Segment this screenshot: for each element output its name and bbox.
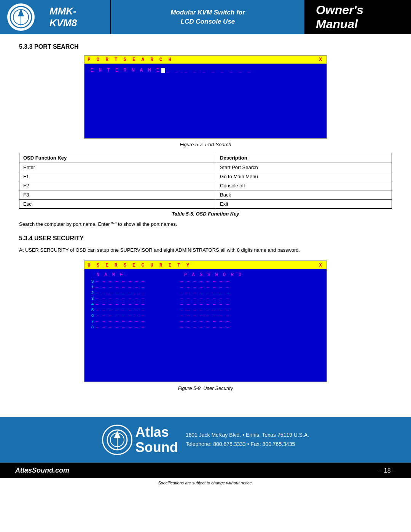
footer-address: 1601 Jack McKay Blvd. • Ennis, Texas 751… (186, 431, 309, 440)
us-row-label: 4 (89, 302, 96, 307)
us-row-label: 3 (89, 296, 96, 301)
user-security-heading: 5.3.4 USER SECURITY (19, 235, 392, 242)
ps-title-bar: P O R T S E A R C H X (84, 56, 327, 64)
footer-contact-info: 1601 Jack McKay Blvd. • Ennis, Texas 751… (186, 431, 309, 449)
us-name-dashes: — — — — — — — — (96, 291, 180, 295)
us-name-dashes: — — — — — — — — (96, 308, 180, 312)
ps-cursor (161, 68, 165, 73)
ps-enter-row: E N T E R N A M E _ _ _ _ _ _ _ _ _ _ (91, 67, 320, 73)
osd-key-cell: F1 (19, 172, 216, 181)
us-name-dashes: — — — — — — — — (96, 313, 180, 318)
ps-enter-label: E N T E R N A M E (91, 67, 161, 73)
us-name-dashes: — — — — — — — — (96, 296, 180, 301)
port-search-screen: P O R T S E A R C H X E N T E R N A M E … (84, 55, 327, 139)
table-row: EscExit (19, 200, 392, 209)
port-search-section: 5.3.3 PORT SEARCH P O R T S E A R C H X … (19, 43, 392, 228)
port-search-heading: 5.3.3 PORT SEARCH (19, 43, 392, 50)
us-data-row: 2 — — — — — — — — — — — — — — — — (89, 291, 322, 295)
us-data-row: 8 — — — — — — — — — — — — — — — — (89, 325, 322, 329)
us-pass-dashes: — — — — — — — — (180, 308, 322, 312)
osd-desc-cell: Exit (216, 200, 392, 209)
footer-brand-name: Atlas Sound (135, 425, 178, 455)
osd-key-cell: F3 (19, 190, 216, 200)
us-row-label: 7 (89, 319, 96, 324)
us-rows: S — — — — — — — — — — — — — — — — 1 — — … (89, 279, 322, 329)
brand-logo-circle (7, 3, 35, 31)
figure-5-8-caption: Figure 5-8. User Security (19, 385, 392, 391)
us-name-dashes: — — — — — — — — (96, 319, 180, 324)
us-pass-dashes: — — — — — — — — (180, 296, 322, 301)
us-pass-dashes: — — — — — — — — (180, 313, 322, 318)
us-data-row: 5 — — — — — — — — — — — — — — — — (89, 308, 322, 312)
us-data-row: 6 — — — — — — — — — — — — — — — — (89, 313, 322, 318)
us-name-dashes: — — — — — — — — (96, 325, 180, 329)
us-data-row: 7 — — — — — — — — — — — — — — — — (89, 319, 322, 324)
footer-website: AtlasSound.com (15, 466, 69, 474)
table-row: F3Back (19, 190, 392, 200)
page-header: MMK-KVM8 Modular KVM Switch for LCD Cons… (0, 0, 411, 34)
us-pass-dashes: — — — — — — — — (180, 291, 322, 295)
header-title-block: Owner's Manual (304, 0, 411, 34)
header-model: MMK-KVM8 (42, 0, 110, 34)
user-security-body-text: At USER SERCURITY of OSD can setup one S… (19, 246, 392, 254)
us-pass-col-header: P A S S W O R D (180, 272, 322, 278)
us-title-text: U S E R S E C U R I T Y (88, 262, 191, 268)
us-row-label: S (89, 279, 96, 284)
us-name-dashes: — — — — — — — — (96, 285, 180, 289)
col-description-header: Description (216, 153, 392, 163)
us-pass-dashes: — — — — — — — — (180, 279, 322, 284)
osd-desc-cell: Start Port Search (216, 163, 392, 172)
us-row-label: 6 (89, 313, 96, 318)
owners-manual-title: Owner's Manual (316, 3, 400, 31)
us-pass-dashes: — — — — — — — — (180, 302, 322, 307)
table-row: F2Console off (19, 181, 392, 190)
us-body: N A M E P A S S W O R D S — — — — — — — … (84, 269, 327, 334)
us-title-bar: U S E R S E C U R I T Y X (84, 261, 327, 269)
osd-desc-cell: Back (216, 190, 392, 200)
us-row-label: 2 (89, 291, 96, 295)
us-data-row: S — — — — — — — — — — — — — — — — (89, 279, 322, 284)
us-name-col-header: N A M E (89, 272, 180, 278)
osd-function-table: OSD Function Key Description EnterStart … (19, 153, 392, 209)
osd-desc-cell: Go to Main Menu (216, 172, 392, 181)
table-row: F1Go to Main Menu (19, 172, 392, 181)
footer-logo-bar: Atlas Sound 1601 Jack McKay Blvd. • Enni… (0, 417, 411, 463)
header-subtitle: Modular KVM Switch for LCD Console Use (110, 0, 304, 34)
user-security-screen: U S E R S E C U R I T Y X N A M E P A S … (84, 260, 327, 382)
osd-desc-cell: Console off (216, 181, 392, 190)
main-content: 5.3.3 PORT SEARCH P O R T S E A R C H X … (0, 34, 411, 406)
table-5-5-caption: Table 5-5. OSD Function Key (19, 211, 392, 217)
subtitle-text: Modular KVM Switch for LCD Console Use (170, 8, 245, 26)
us-row-label: 1 (89, 285, 96, 289)
osd-key-cell: F2 (19, 181, 216, 190)
footer-phone: Telephone: 800.876.3333 • Fax: 800.765.3… (186, 440, 309, 449)
us-name-dashes: — — — — — — — — (96, 279, 180, 284)
us-data-row: 1 — — — — — — — — — — — — — — — — (89, 285, 322, 289)
model-label: MMK-KVM8 (49, 5, 103, 29)
us-name-dashes: — — — — — — — — (96, 302, 180, 307)
osd-key-cell: Enter (19, 163, 216, 172)
ps-body: E N T E R N A M E _ _ _ _ _ _ _ _ _ _ (84, 64, 327, 77)
us-row-label: 5 (89, 308, 96, 312)
us-data-row: 4 — — — — — — — — — — — — — — — — (89, 302, 322, 307)
table-row: EnterStart Port Search (19, 163, 392, 172)
us-row-label: 8 (89, 325, 96, 329)
footer-bar: AtlasSound.com – 18 – (0, 463, 411, 478)
us-pass-dashes: — — — — — — — — (180, 319, 322, 324)
footer-atlas-logo: Atlas Sound (102, 425, 178, 455)
user-security-section: 5.3.4 USER SECURITY At USER SERCURITY of… (19, 235, 392, 391)
ps-dashes: _ _ _ _ _ _ _ _ _ _ (167, 67, 252, 73)
port-search-body-text: Search the computer by port name. Enter … (19, 220, 392, 228)
us-column-headers: N A M E P A S S W O R D (89, 272, 322, 278)
us-pass-dashes: — — — — — — — — (180, 285, 322, 289)
footer-page-number: – 18 – (379, 467, 396, 474)
col-osd-key-header: OSD Function Key (19, 153, 216, 163)
header-logo (0, 0, 42, 34)
footer-logo-circle (102, 425, 132, 455)
ps-title-text: P O R T S E A R C H (88, 57, 173, 62)
footer-disclaimer: Specifications are subject to change wit… (0, 478, 411, 487)
ps-close-button[interactable]: X (319, 57, 323, 62)
us-close-button[interactable]: X (319, 262, 323, 268)
figure-5-7-caption: Figure 5-7. Port Search (19, 142, 392, 147)
us-pass-dashes: — — — — — — — — (180, 325, 322, 329)
